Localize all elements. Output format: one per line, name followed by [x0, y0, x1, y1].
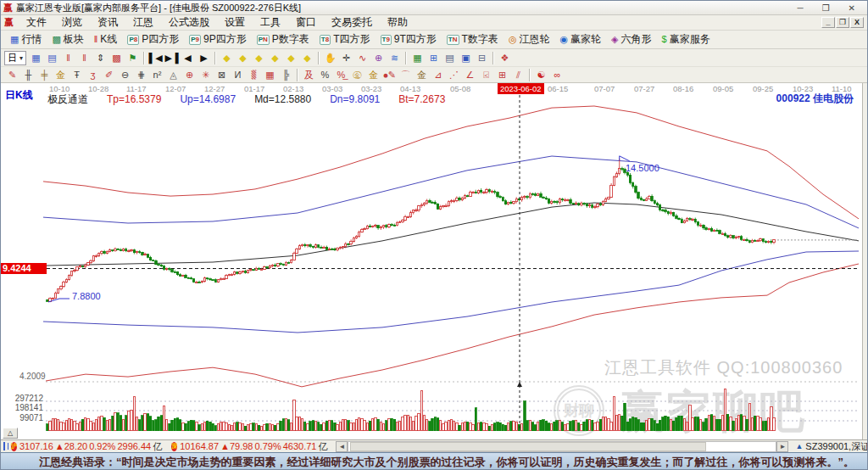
toolbar-p-square-button[interactable]: P8P四方形 — [123, 31, 185, 48]
prev-bar-icon[interactable]: ◀ — [180, 51, 196, 65]
kline-style1-icon[interactable]: ‖ — [60, 51, 76, 65]
toolbar-t-number-table-button[interactable]: TNT数字表 — [442, 31, 504, 48]
toolbar-quotes-button[interactable]: ▦行情 — [6, 31, 47, 48]
angle-ruler-icon[interactable]: ✐ — [101, 68, 117, 82]
scale-toggle-icon[interactable]: ⇕ — [92, 51, 108, 65]
gold-line-icon[interactable]: 金 — [365, 68, 381, 82]
measure-icon[interactable]: ╠ — [278, 68, 294, 82]
pyramid-icon[interactable]: 金 — [414, 68, 430, 82]
menu-item-1[interactable]: 浏览 — [54, 15, 90, 29]
curve-icon[interactable]: ∿ — [354, 51, 370, 65]
diamond-expand-icon[interactable]: ◆ — [219, 51, 235, 65]
menu-item-2[interactable]: 资讯 — [90, 15, 125, 29]
notes-icon[interactable]: ▤ — [442, 51, 458, 65]
gold-circle-icon[interactable]: ㊎ — [349, 68, 365, 82]
data-cart-icon[interactable]: ❖ — [497, 51, 513, 65]
toolbar-hexagon-button[interactable]: ◈六角形 — [607, 31, 657, 48]
maximize-button[interactable]: ❐ — [822, 3, 830, 13]
period-selector[interactable]: 日▾ — [4, 51, 26, 65]
toolbar-kline-button[interactable]: ‖K线 — [90, 31, 124, 48]
first-bar-icon[interactable]: ▌◀ — [147, 51, 164, 65]
diamond-up-icon[interactable]: ◆ — [283, 51, 299, 65]
minimize-button[interactable]: ─ — [798, 3, 804, 13]
comb-tool-icon[interactable]: ⋕ — [133, 68, 149, 82]
close-button[interactable]: ✕ — [849, 3, 855, 13]
diamond-shrink-icon[interactable]: ◆ — [235, 51, 251, 65]
menu-item-5[interactable]: 设置 — [217, 15, 253, 29]
info-panel-icon[interactable]: ▤ — [44, 51, 60, 65]
ratio-tool-icon[interactable]: 及 — [301, 68, 317, 82]
screenshot-icon[interactable]: ▦ — [28, 51, 44, 65]
gann-gold-icon[interactable]: 金 — [53, 68, 69, 82]
last-bar-icon[interactable]: ▶▐ — [164, 51, 180, 65]
percent-line-icon[interactable]: %̲ — [333, 68, 349, 82]
speed-line-icon[interactable]: ⊿ — [430, 68, 446, 82]
crosshair-icon[interactable]: ✛ — [338, 51, 354, 65]
fib-lines-icon[interactable]: ╫ — [20, 68, 36, 82]
mdi-close-button[interactable]: X — [850, 17, 864, 28]
menu-item-7[interactable]: 窗口 — [288, 15, 324, 29]
quote-grid-icon[interactable] — [3, 442, 5, 450]
wave-icon[interactable]: ≋ — [387, 51, 403, 65]
gann-net-icon[interactable]: ⊕ — [370, 51, 387, 65]
kline-style2-icon[interactable]: ‖ — [76, 51, 92, 65]
scroll-left-icon[interactable]: ◄ — [336, 441, 348, 452]
pane-splitter-button[interactable]: △ — [3, 428, 18, 439]
n2-tool-icon[interactable]: n² — [149, 68, 165, 82]
next-bar-icon[interactable]: ▶ — [196, 51, 212, 65]
kline-chart[interactable] — [1, 83, 863, 439]
hand-pan-icon[interactable]: ✋ — [322, 51, 338, 65]
horizontal-scrollbar[interactable]: ◄ ► — [336, 441, 788, 452]
circle-tool-icon[interactable]: ⊖ — [117, 68, 133, 82]
menu-item-3[interactable]: 江恩 — [125, 15, 161, 29]
arc-tool-icon[interactable]: ⌒ — [398, 68, 414, 82]
flag-icon[interactable]: ⚑ — [125, 51, 141, 65]
toolbar-sectors-button[interactable]: ▩板块 — [47, 31, 89, 48]
level-tool-icon[interactable]: Ŧ — [69, 68, 85, 82]
infinity-icon[interactable]: ∞ — [549, 68, 565, 82]
steps-icon[interactable]: ⍃ — [478, 68, 494, 82]
toolbar-9t-square-button[interactable]: T99T四方形 — [376, 31, 442, 48]
box-grid-icon[interactable]: ⊠ — [214, 68, 230, 82]
slope-icon[interactable]: ⫽ — [510, 68, 526, 82]
calendar-icon[interactable]: ▦ — [409, 51, 426, 65]
channel-tool-icon[interactable]: ∠ — [462, 68, 478, 82]
save-icon[interactable]: ▣ — [458, 51, 474, 65]
ink-tool-icon[interactable]: ⦁✎ — [381, 68, 398, 82]
print-icon[interactable]: ⊟ — [474, 51, 490, 65]
toolbar-winner-wheel-button[interactable]: ◉赢家轮 — [555, 31, 607, 48]
menu-item-0[interactable]: 文件 — [19, 15, 54, 29]
channel-box-icon[interactable]: ▩ — [108, 51, 125, 65]
fan-line-icon[interactable]: ⋰ — [446, 68, 462, 82]
zigzag-icon[interactable]: И — [230, 68, 246, 82]
calculator-icon[interactable]: ⊞ — [426, 51, 442, 65]
percent-icon[interactable]: % — [317, 68, 333, 82]
mdi-restore-button[interactable]: ❐ — [836, 17, 849, 28]
menu-item-8[interactable]: 交易委托 — [324, 15, 380, 29]
diamond-right-icon[interactable]: ◆ — [267, 51, 283, 65]
star-tool-icon[interactable]: ✳ — [198, 68, 214, 82]
scroll-right-icon[interactable]: ► — [776, 441, 788, 452]
menu-item-9[interactable]: 帮助 — [380, 15, 415, 29]
diamond-down-icon[interactable]: ◆ — [299, 51, 315, 65]
gann-grid-icon[interactable]: ╪ — [36, 68, 53, 82]
menu-item-6[interactable]: 工具 — [253, 15, 288, 29]
toolbar-p-number-table-button[interactable]: PNP数字表 — [253, 31, 315, 48]
menu-item-4[interactable]: 公式选股 — [161, 15, 217, 29]
toolbar-winner-service-button[interactable]: $赢家服务 — [658, 31, 716, 48]
toolbar-t-square-button[interactable]: T8T四方形 — [315, 31, 376, 48]
target-tool-icon[interactable]: ⊕ — [181, 68, 198, 82]
mdi-minimize-button[interactable]: _ — [821, 17, 835, 28]
toolbar-9p-square-button[interactable]: P99P四方形 — [185, 31, 252, 48]
diamond-left-icon[interactable]: ◆ — [251, 51, 267, 65]
spiral-tool-icon[interactable]: ʒ — [85, 68, 101, 82]
fence2-icon[interactable]: ▦ — [262, 68, 278, 82]
scrollbar-thumb[interactable] — [350, 442, 706, 451]
scrollbar-track[interactable] — [348, 441, 776, 452]
toolbar-gann-wheel-button[interactable]: ◎江恩轮 — [504, 31, 556, 48]
matrix-icon[interactable]: ⊞ — [494, 68, 510, 82]
triangle-tool-icon[interactable]: ◬ — [165, 68, 181, 82]
fence1-icon[interactable]: 🮘 — [246, 68, 262, 82]
taiji-icon[interactable]: ☯ — [533, 68, 549, 82]
pen-tool-icon[interactable]: ✎ — [4, 68, 20, 82]
